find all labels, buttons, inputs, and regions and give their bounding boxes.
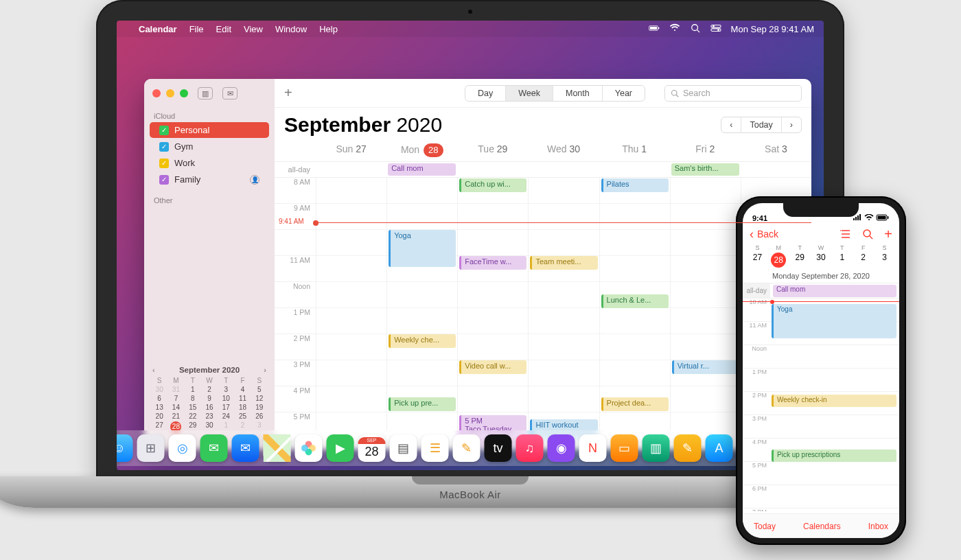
dock-calendar[interactable]: SEP28 [358,434,386,462]
mini-day[interactable]: 7 [167,395,184,402]
event[interactable]: Project dea... [601,397,669,411]
dock-photos[interactable] [295,434,323,462]
iphone-date[interactable]: 29 [789,253,811,268]
mini-day[interactable]: 20 [151,412,167,420]
mini-day[interactable]: 10 [218,395,234,402]
control-center-icon[interactable] [710,23,721,35]
menu-help[interactable]: Help [319,24,338,34]
mini-next[interactable]: › [262,366,268,374]
day-column[interactable]: Catch up wi...FaceTime w...Video call w.… [457,178,528,450]
mini-day[interactable]: 19 [251,404,268,411]
dock-numbers[interactable]: ▥ [642,434,670,462]
tab-day[interactable]: Day [465,86,505,101]
dock-tv[interactable]: tv [485,434,512,462]
iphone-day-grid[interactable]: 9:41 10 AM11 AMNoon1 PM2 PM3 PM4 PM5 PM6… [743,299,899,511]
event[interactable]: Pilates [601,178,669,192]
iphone-date[interactable]: 3 [874,253,895,268]
mini-day[interactable]: 12 [251,395,268,402]
mini-prev[interactable]: ‹ [151,366,157,374]
mini-day[interactable]: 8 [185,395,201,402]
event[interactable]: Weekly che... [389,334,456,348]
menu-file[interactable]: File [189,24,204,34]
dock-launchpad[interactable]: ⊞ [137,434,165,462]
add-event-icon[interactable]: + [884,226,892,242]
menu-view[interactable]: View [244,24,263,34]
mini-day[interactable]: 18 [234,404,251,411]
event[interactable]: Yoga [389,230,456,267]
mini-day[interactable]: 2 [201,386,218,393]
mini-day[interactable]: 23 [201,412,218,420]
tab-month[interactable]: Month [553,86,602,101]
event[interactable]: Video call w... [459,360,526,374]
calendar-family[interactable]: ✓Family👤 [150,172,269,187]
menu-edit[interactable]: Edit [216,24,231,34]
iphone-date[interactable]: 1 [831,253,853,268]
wifi-icon[interactable] [669,23,680,35]
iphone-allday-event[interactable]: Call mom [773,285,896,297]
mini-day[interactable]: 9 [201,395,218,402]
dock-safari[interactable]: ◎ [169,434,196,462]
allday-event[interactable]: Call mom [388,163,456,176]
event[interactable]: Pick up pre... [389,397,456,411]
spotlight-icon[interactable] [690,23,701,35]
mini-day[interactable]: 25 [234,412,251,420]
iphone-date[interactable]: 30 [811,253,832,268]
calendar-work[interactable]: ✓Work [150,155,269,171]
dock-messages[interactable]: ✉ [200,434,228,462]
iphone-back-button[interactable]: Back [750,227,778,242]
mini-day[interactable]: 3 [218,386,234,393]
mini-day[interactable]: 24 [218,412,234,420]
mini-day[interactable]: 4 [234,386,251,393]
mini-day[interactable]: 17 [218,404,234,411]
event[interactable]: Virtual r... [672,360,739,374]
mini-day[interactable]: 26 [251,412,268,420]
mini-day[interactable]: 11 [234,395,251,402]
mini-day[interactable]: 1 [185,386,201,393]
mini-day[interactable]: 31 [167,386,184,393]
dock-reminders[interactable]: ☰ [421,434,449,462]
dock-contacts[interactable]: ▤ [390,434,417,462]
mini-day[interactable]: 21 [167,412,184,420]
dock-appstore[interactable]: A [706,434,733,462]
day-column[interactable]: Virtual r... [670,178,741,450]
dock-notes[interactable]: ✎ [453,434,480,462]
calendar-gym[interactable]: ✓Gym [150,139,269,154]
mini-day[interactable]: 22 [185,412,201,420]
prev-week[interactable]: ‹ [721,117,741,132]
mini-day[interactable]: 30 [151,386,167,393]
tab-week[interactable]: Week [505,86,553,101]
dock-keynote[interactable]: ▭ [611,434,638,462]
event[interactable]: Lunch & Le... [601,294,669,308]
dock-music[interactable]: ♫ [516,434,544,462]
mini-day[interactable]: 14 [167,404,184,411]
dock-podcasts[interactable]: ◉ [548,434,575,462]
dock-maps[interactable] [264,434,291,462]
menu-window[interactable]: Window [275,24,307,34]
mini-day[interactable]: 15 [185,404,201,411]
day-column[interactable]: PilatesLunch & Le...Project dea... [599,178,670,450]
dock-finder[interactable]: ☺ [117,434,133,462]
dock-pages[interactable]: ✎ [674,434,702,462]
next-week[interactable]: › [781,117,801,132]
iphone-tab-inbox[interactable]: Inbox [868,522,888,531]
iphone-date[interactable]: 27 [747,253,768,268]
mini-day[interactable]: 16 [201,404,218,411]
iphone-tab-today[interactable]: Today [754,522,776,531]
mini-day[interactable]: 13 [151,404,167,411]
iphone-event[interactable]: Weekly check-in [772,395,896,407]
allday-event[interactable]: Sam's birth... [671,163,739,176]
mini-day[interactable]: 5 [251,386,268,393]
zoom-button[interactable] [180,89,188,97]
day-column[interactable] [316,178,386,450]
dock-mail[interactable]: ✉ [232,434,259,462]
day-column[interactable]: YogaWeekly che...Pick up pre... [386,178,457,450]
week-grid[interactable]: 9:41 AM 8 AM9 AM11 AMNoon1 PM2 PM3 PM4 P… [275,178,811,450]
app-menu[interactable]: Calendar [139,24,177,34]
iphone-event[interactable]: Yoga [772,304,896,338]
tab-year[interactable]: Year [602,86,645,101]
iphone-date[interactable]: 2 [853,253,874,268]
iphone-event[interactable]: Pick up prescriptions [772,450,896,462]
menubar-clock[interactable]: Mon Sep 28 9:41 AM [731,24,814,34]
event[interactable]: FaceTime w... [459,256,526,270]
iphone-date[interactable]: 28 [768,253,789,268]
